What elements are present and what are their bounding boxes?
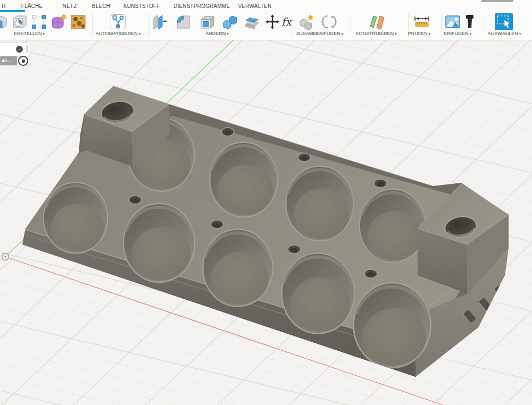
sketch-icon[interactable] [31, 14, 47, 30]
joint-icon[interactable] [321, 14, 337, 30]
chevron-down-icon: ▾ [429, 32, 431, 36]
fx-parameters-icon[interactable]: fx [280, 14, 294, 30]
chevron-down-icon: ▾ [470, 32, 472, 36]
extrude-icon[interactable] [0, 14, 9, 30]
revolve-icon[interactable] [12, 14, 28, 30]
tab-blech[interactable]: BLECH [88, 2, 114, 11]
tab-volumenkoerper-partial[interactable]: R [0, 2, 7, 11]
group-label-aendern[interactable]: ÄNDERN▾ [205, 31, 229, 36]
tab-verwalten[interactable]: VERWALTEN [237, 2, 272, 11]
measure-icon[interactable] [413, 14, 430, 30]
group-separator [351, 13, 351, 37]
chevron-down-icon: ▾ [395, 32, 397, 36]
move-icon[interactable] [265, 14, 279, 30]
tab-kunststoff[interactable]: KUNSTSTOFF [123, 2, 160, 11]
split-body-icon[interactable] [244, 14, 260, 30]
chevron-down-icon: ▾ [519, 32, 521, 36]
construction-plane-icon[interactable] [368, 14, 386, 30]
model-battery-tray[interactable] [19, 86, 511, 377]
document-name-chip[interactable]: 4e… [0, 56, 17, 65]
insert-fastener-icon[interactable] [465, 14, 475, 30]
browser-collapse-pill[interactable]: − [0, 43, 30, 56]
group-label-automatisieren[interactable]: AUTOMATISIEREN▾ [96, 31, 141, 36]
group-label-zusammenfuegen[interactable]: ZUSAMMENFÜGEN▾ [296, 31, 344, 36]
svg-text:fx: fx [281, 15, 293, 28]
group-separator [92, 13, 93, 37]
viewport-3d[interactable] [0, 0, 532, 405]
component-radio-icon[interactable] [18, 56, 28, 66]
group-separator [484, 13, 484, 37]
tab-flaeche[interactable]: FLÄCHE [19, 2, 45, 11]
combine-icon[interactable] [222, 14, 238, 30]
group-label-einfuegen[interactable]: EINFÜGEN▾ [444, 31, 471, 36]
group-separator [441, 13, 442, 37]
chevron-down-icon: ▾ [43, 32, 45, 36]
group-label-erstellen[interactable]: ERSTELLEN▾ [14, 31, 45, 36]
group-label-pruefen[interactable]: PRÜFEN▾ [408, 31, 431, 36]
appearance-texture-icon[interactable] [70, 14, 86, 30]
window-edge-bar [481, 0, 513, 2]
panel-grip [27, 45, 28, 53]
press-pull-icon[interactable] [152, 14, 168, 30]
form-icon[interactable] [51, 14, 67, 30]
group-separator [149, 13, 150, 37]
tab-dienstprogramme[interactable]: DIENSTPROGRAMME [173, 2, 225, 11]
automate-tree-icon[interactable] [110, 14, 126, 30]
fillet-icon[interactable] [175, 14, 191, 30]
chevron-down-icon: ▾ [139, 32, 141, 36]
chevron-down-icon: ▾ [227, 32, 229, 36]
insert-image-icon[interactable] [445, 14, 461, 30]
group-label-auswaehlen[interactable]: AUSWÄHLEN▾ [488, 31, 521, 36]
group-label-konstruieren[interactable]: KONSTRUIEREN▾ [355, 31, 396, 36]
select-icon[interactable] [495, 13, 513, 29]
chevron-down-icon: ▾ [342, 32, 344, 36]
shell-icon[interactable] [198, 14, 214, 30]
collapse-icon[interactable]: − [16, 46, 23, 53]
toolbar-header: R FLÄCHE NETZ BLECH KUNSTSTOFF DIENSTPRO… [0, 0, 532, 40]
tab-netz[interactable]: NETZ [59, 2, 81, 11]
new-component-icon[interactable] [298, 14, 317, 30]
